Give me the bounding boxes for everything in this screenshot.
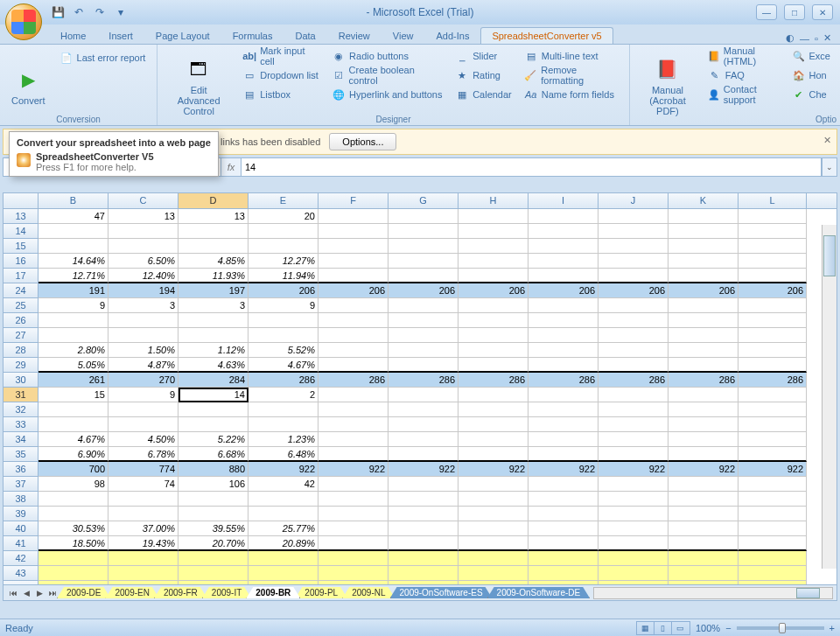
cell[interactable] [598,536,668,551]
cell[interactable]: 6.90% [38,447,108,462]
cell[interactable]: 14.64% [38,254,108,269]
cell[interactable] [738,536,807,551]
cell[interactable] [738,343,807,358]
cell[interactable]: 1.23% [248,432,318,447]
cell[interactable]: 39.55% [178,521,248,536]
cell[interactable] [178,313,248,328]
row-header[interactable]: 15 [4,239,38,254]
cell[interactable]: 42 [248,477,318,492]
cell[interactable] [668,239,738,254]
cell[interactable]: 6.50% [108,254,178,269]
cell[interactable] [598,507,668,521]
cell[interactable]: 4.50% [108,432,178,447]
row-header[interactable]: 33 [4,417,38,432]
cell[interactable]: 2.80% [38,343,108,358]
row-header[interactable]: 40 [4,521,38,536]
cell[interactable]: 206 [668,283,738,298]
cell[interactable]: 194 [108,283,178,298]
zoom-level[interactable]: 100% [696,623,720,633]
cell[interactable] [178,417,248,432]
cell[interactable] [248,417,318,432]
cell[interactable]: 20 [248,209,318,224]
cell[interactable]: 286 [458,373,528,388]
cell[interactable] [318,492,388,507]
column-header[interactable]: L [738,193,807,208]
cell[interactable] [528,551,598,566]
cell[interactable]: 106 [178,477,248,492]
cell[interactable] [738,224,807,239]
cell[interactable] [388,581,458,584]
cell[interactable] [388,328,458,343]
remove-formatting-button[interactable]: 🧹Remove formatting [520,66,624,85]
ribbon-tab-data[interactable]: Data [284,27,326,44]
sheet-tab[interactable]: 2009-OnSoftware-ES [390,587,493,598]
cell[interactable] [178,224,248,239]
column-header[interactable]: K [668,193,738,208]
cell[interactable]: 922 [738,462,807,477]
cell[interactable]: 286 [318,373,388,388]
cell[interactable] [738,298,807,313]
cell[interactable] [738,402,807,417]
sheet-tab[interactable]: 2009-NL [342,587,395,598]
cell[interactable] [108,313,178,328]
cell[interactable] [598,447,668,462]
cell[interactable] [738,477,807,492]
cell[interactable]: 922 [668,462,738,477]
cell[interactable]: 19.43% [108,536,178,551]
cell[interactable] [38,402,108,417]
cell[interactable] [388,566,458,581]
cell[interactable] [458,343,528,358]
cell[interactable] [738,254,807,269]
cell[interactable] [318,581,388,584]
ribbon-tab-view[interactable]: View [382,27,425,44]
cell[interactable]: 12.71% [38,269,108,283]
cell[interactable] [458,239,528,254]
manual-html-button[interactable]: 📙Manual (HTML) [704,46,784,66]
sheet-tab[interactable]: 2009-DE [57,587,110,598]
cell[interactable] [528,224,598,239]
cell[interactable] [458,388,528,402]
cell[interactable] [458,551,528,566]
save-icon[interactable]: 💾 [49,3,66,21]
cell[interactable]: 5.22% [178,432,248,447]
zoom-slider[interactable] [737,626,824,630]
cell[interactable]: 880 [178,462,248,477]
cells-area[interactable]: 134713132014151614.64%6.50%4.85%12.27%17… [4,209,836,584]
office-button[interactable] [5,3,42,40]
cell[interactable] [388,492,458,507]
row-header[interactable]: 42 [4,551,38,566]
maximize-button[interactable]: □ [784,4,805,20]
cell[interactable]: 206 [318,283,388,298]
cell[interactable] [318,388,388,402]
cell[interactable] [668,298,738,313]
cell[interactable] [528,521,598,536]
cell[interactable] [458,358,528,373]
row-header[interactable]: 25 [4,298,38,313]
cell[interactable] [738,581,807,584]
cell[interactable] [738,507,807,521]
cell[interactable] [528,536,598,551]
cell[interactable] [108,507,178,521]
cell[interactable] [178,551,248,566]
ribbon-tab-insert[interactable]: Insert [97,27,144,44]
manual-pdf-button[interactable]: 📕 Manual(Acrobat PDF) [635,46,700,125]
cell[interactable] [598,492,668,507]
row-header[interactable]: 28 [4,343,38,358]
cell[interactable]: 4.87% [108,358,178,373]
listbox-button[interactable]: ▤Listbox [238,85,324,104]
cell[interactable] [248,566,318,581]
cell[interactable]: 12.40% [108,269,178,283]
security-close-icon[interactable]: ✕ [823,135,831,146]
close-button[interactable]: ✕ [812,4,833,20]
cell[interactable] [738,358,807,373]
cell[interactable] [528,447,598,462]
cell[interactable] [738,417,807,432]
cell[interactable]: 206 [738,283,807,298]
cell[interactable] [318,313,388,328]
create-boolean-button[interactable]: ☑Create boolean control [327,66,447,85]
cell[interactable]: 286 [738,373,807,388]
cell[interactable] [668,224,738,239]
cell[interactable] [738,269,807,283]
tab-nav-last-icon[interactable]: ⏭ [46,587,59,599]
row-header[interactable]: 36 [4,462,38,477]
